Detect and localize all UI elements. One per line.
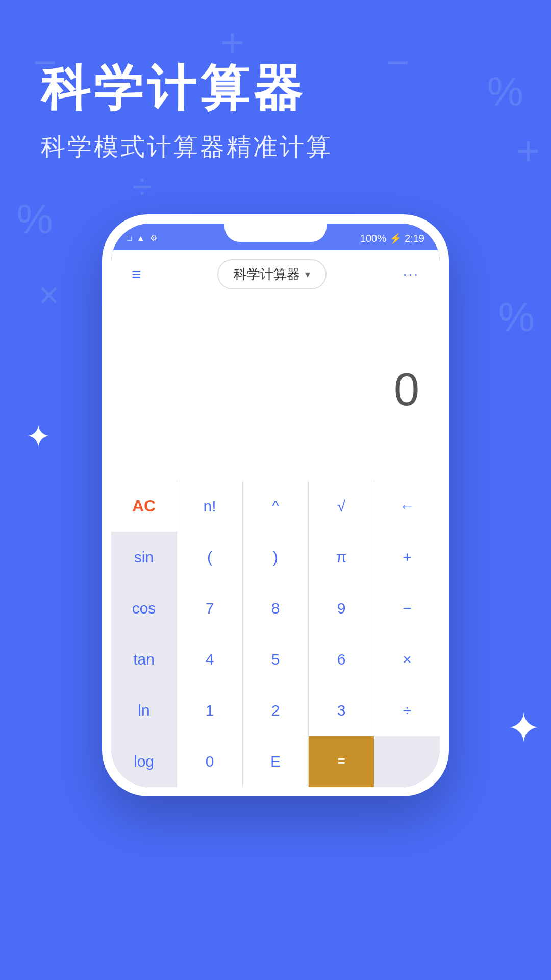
key-e[interactable]: E — [243, 736, 308, 787]
calculator-display: 0 — [111, 299, 440, 481]
phone-notch — [224, 224, 327, 242]
phone-outer-frame: □ ▲ ⚙ 100% ⚡ 2:19 ≡ 科学计算器 ▾ ··· — [102, 214, 449, 796]
key-cos[interactable]: cos — [111, 583, 177, 634]
status-right-info: 100% ⚡ 2:19 — [360, 232, 424, 244]
key-2[interactable]: 2 — [243, 685, 308, 736]
status-wifi-icon: ▲ — [137, 234, 145, 243]
key-placeholder — [374, 736, 440, 787]
display-value: 0 — [394, 363, 419, 416]
key-plus[interactable]: + — [374, 532, 440, 583]
key-log[interactable]: log — [111, 736, 177, 787]
battery-text: 100% ⚡ 2:19 — [360, 232, 424, 244]
key-5[interactable]: 5 — [243, 634, 308, 685]
key-6[interactable]: 6 — [309, 634, 374, 685]
key-9[interactable]: 9 — [309, 583, 374, 634]
main-content: 科学计算器 科学模式计算器精准计算 □ ▲ ⚙ 100% ⚡ 2:19 — [0, 0, 551, 980]
key-ln[interactable]: ln — [111, 685, 177, 736]
key-backspace[interactable]: ← — [374, 481, 440, 532]
title-section: 科学计算器 科学模式计算器精准计算 — [0, 0, 551, 194]
app-header: ≡ 科学计算器 ▾ ··· — [111, 250, 440, 299]
key-equals[interactable]: = — [309, 736, 374, 787]
key-row-5: ln 1 2 3 ÷ — [111, 685, 440, 736]
key-row-4: tan 4 5 6 × — [111, 634, 440, 685]
phone-screen: □ ▲ ⚙ 100% ⚡ 2:19 ≡ 科学计算器 ▾ ··· — [111, 224, 440, 787]
key-sin[interactable]: sin — [111, 532, 177, 583]
key-row-1: AC n! ^ √ ← — [111, 481, 440, 532]
more-options-button[interactable]: ··· — [403, 266, 419, 282]
status-signal-icon: ⚙ — [150, 233, 157, 243]
key-open-paren[interactable]: ( — [177, 532, 242, 583]
key-ac[interactable]: AC — [111, 481, 177, 532]
key-row-3: cos 7 8 9 − — [111, 583, 440, 634]
key-sqrt[interactable]: √ — [309, 481, 374, 532]
app-title: 科学计算器 — [41, 61, 510, 115]
key-close-paren[interactable]: ) — [243, 532, 308, 583]
key-factorial[interactable]: n! — [177, 481, 242, 532]
key-7[interactable]: 7 — [177, 583, 242, 634]
key-8[interactable]: 8 — [243, 583, 308, 634]
phone-mockup: □ ▲ ⚙ 100% ⚡ 2:19 ≡ 科学计算器 ▾ ··· — [102, 214, 449, 796]
dropdown-arrow-icon: ▾ — [305, 268, 310, 280]
status-left-icons: □ ▲ ⚙ — [127, 233, 157, 243]
key-0[interactable]: 0 — [177, 736, 242, 787]
decoration-star-left: ✦ — [26, 419, 51, 454]
key-power[interactable]: ^ — [243, 481, 308, 532]
key-row-2: sin ( ) π + — [111, 532, 440, 583]
key-3[interactable]: 3 — [309, 685, 374, 736]
decoration-star-right: ✦ — [507, 704, 541, 752]
status-sim-icon: □ — [127, 234, 132, 243]
calculator-keyboard: AC n! ^ √ ← sin ( ) π + — [111, 481, 440, 787]
header-title-text: 科学计算器 — [234, 265, 300, 283]
key-multiply[interactable]: × — [374, 634, 440, 685]
key-tan[interactable]: tan — [111, 634, 177, 685]
key-divide[interactable]: ÷ — [374, 685, 440, 736]
app-subtitle: 科学模式计算器精准计算 — [41, 131, 510, 163]
key-row-6: log 0 E = — [111, 736, 440, 787]
key-4[interactable]: 4 — [177, 634, 242, 685]
key-pi[interactable]: π — [309, 532, 374, 583]
key-minus[interactable]: − — [374, 583, 440, 634]
menu-button[interactable]: ≡ — [132, 266, 141, 282]
title-dropdown[interactable]: 科学计算器 ▾ — [217, 259, 327, 289]
key-1[interactable]: 1 — [177, 685, 242, 736]
